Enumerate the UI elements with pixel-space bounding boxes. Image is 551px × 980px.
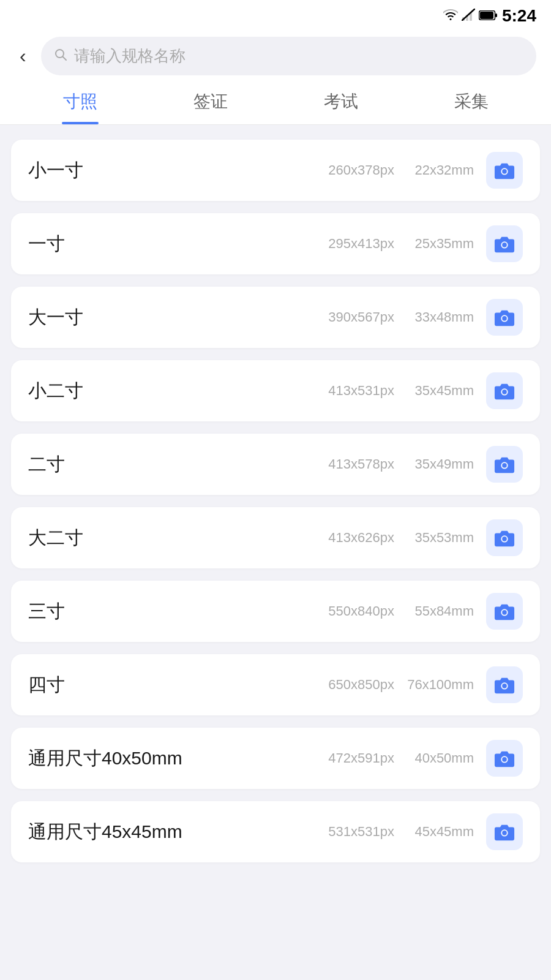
camera-button[interactable] (486, 519, 523, 556)
item-mm: 40x50mm (407, 750, 474, 766)
svg-point-24 (502, 684, 507, 688)
header: ‹ 请输入规格名称 (0, 29, 551, 75)
camera-button[interactable] (486, 446, 523, 483)
svg-point-20 (502, 537, 507, 541)
item-mm: 25x35mm (407, 236, 474, 252)
item-mm: 35x45mm (407, 383, 474, 399)
svg-rect-6 (480, 12, 493, 19)
list-item[interactable]: 通用尺寸40x50mm 472x591px 40x50mm (11, 728, 540, 789)
svg-point-18 (502, 463, 507, 468)
item-px: 413x578px (328, 456, 394, 472)
item-name: 通用尺寸45x45mm (28, 820, 182, 845)
item-mm: 55x84mm (407, 603, 474, 619)
list-item[interactable]: 三寸 550x840px 55x84mm (11, 581, 540, 642)
camera-button[interactable] (486, 813, 523, 850)
camera-button[interactable] (486, 299, 523, 336)
item-right: 531x531px 45x45mm (328, 813, 523, 850)
tab-exam[interactable]: 考试 (276, 75, 406, 124)
item-px: 650x850px (328, 677, 394, 693)
item-name: 四寸 (28, 673, 65, 698)
item-mm: 33x48mm (407, 309, 474, 325)
list-item[interactable]: 一寸 295x413px 25x35mm (11, 213, 540, 274)
svg-point-10 (502, 169, 507, 174)
list-item[interactable]: 大二寸 413x626px 35x53mm (11, 507, 540, 568)
list-item[interactable]: 大一寸 390x567px 33x48mm (11, 287, 540, 348)
item-px: 531x531px (328, 824, 394, 840)
item-mm: 45x45mm (407, 824, 474, 840)
svg-point-26 (502, 757, 507, 762)
item-right: 413x531px 35x45mm (328, 372, 523, 409)
item-px: 550x840px (328, 603, 394, 619)
item-right: 413x626px 35x53mm (328, 519, 523, 556)
list-item[interactable]: 四寸 650x850px 76x100mm (11, 654, 540, 715)
item-right: 472x591px 40x50mm (328, 740, 523, 777)
item-name: 大一寸 (28, 305, 83, 330)
search-bar[interactable]: 请输入规格名称 (41, 37, 536, 75)
item-right: 390x567px 33x48mm (328, 299, 523, 336)
tab-collect[interactable]: 采集 (406, 75, 536, 124)
item-px: 413x531px (328, 383, 394, 399)
tab-visa[interactable]: 签证 (145, 75, 276, 124)
svg-point-14 (502, 316, 507, 321)
svg-line-8 (62, 56, 66, 60)
status-time: 5:24 (502, 6, 536, 26)
item-name: 三寸 (28, 599, 65, 624)
list-item[interactable]: 通用尺寸45x45mm 531x531px 45x45mm (11, 801, 540, 862)
item-mm: 35x49mm (407, 456, 474, 472)
camera-button[interactable] (486, 152, 523, 189)
tabs-bar: 寸照 签证 考试 采集 (0, 75, 551, 125)
item-right: 550x840px 55x84mm (328, 593, 523, 630)
svg-point-12 (502, 243, 507, 247)
camera-button[interactable] (486, 666, 523, 703)
list-item[interactable]: 二寸 413x578px 35x49mm (11, 434, 540, 495)
item-px: 260x378px (328, 162, 394, 178)
search-placeholder-text: 请输入规格名称 (74, 45, 186, 67)
item-px: 295x413px (328, 236, 394, 252)
item-name: 小二寸 (28, 379, 83, 404)
search-icon (53, 47, 68, 66)
item-name: 一寸 (28, 232, 65, 257)
tab-portrait[interactable]: 寸照 (15, 75, 145, 124)
camera-button[interactable] (486, 740, 523, 777)
photo-list: 小一寸 260x378px 22x32mm 一寸 295x413px 25x35… (0, 125, 551, 877)
item-right: 260x378px 22x32mm (328, 152, 523, 189)
status-bar: 5:24 (0, 0, 551, 29)
item-right: 295x413px 25x35mm (328, 225, 523, 262)
item-px: 413x626px (328, 530, 394, 546)
item-name: 二寸 (28, 452, 65, 477)
item-mm: 22x32mm (407, 162, 474, 178)
status-icons (443, 9, 497, 24)
wifi-icon (443, 9, 458, 24)
list-item[interactable]: 小一寸 260x378px 22x32mm (11, 140, 540, 201)
item-right: 413x578px 35x49mm (328, 446, 523, 483)
item-px: 472x591px (328, 750, 394, 766)
camera-button[interactable] (486, 372, 523, 409)
camera-button[interactable] (486, 225, 523, 262)
battery-icon (479, 9, 497, 23)
item-px: 390x567px (328, 309, 394, 325)
list-item[interactable]: 小二寸 413x531px 35x45mm (11, 360, 540, 421)
svg-point-28 (502, 831, 507, 835)
svg-point-16 (502, 390, 507, 394)
signal-off-icon (462, 9, 475, 24)
svg-point-22 (502, 610, 507, 615)
item-mm: 76x100mm (407, 677, 474, 693)
svg-rect-5 (495, 13, 497, 17)
item-name: 小一寸 (28, 158, 83, 183)
item-right: 650x850px 76x100mm (328, 666, 523, 703)
item-name: 通用尺寸40x50mm (28, 746, 182, 771)
item-name: 大二寸 (28, 526, 83, 551)
item-mm: 35x53mm (407, 530, 474, 546)
camera-button[interactable] (486, 593, 523, 630)
back-button[interactable]: ‹ (15, 42, 31, 70)
